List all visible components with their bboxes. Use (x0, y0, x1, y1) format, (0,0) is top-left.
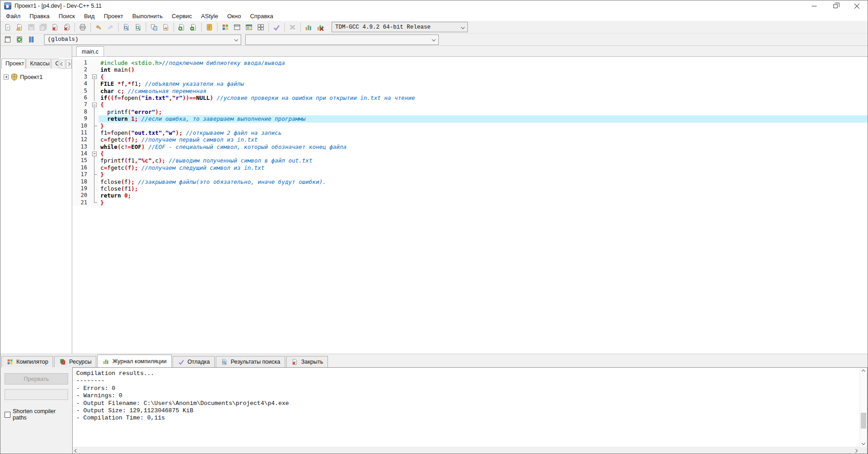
remove-from-project-button[interactable] (25, 34, 37, 45)
line-number[interactable]: 15 (72, 157, 91, 164)
line-number[interactable]: 10 (72, 123, 91, 129)
line-number[interactable]: 13 (72, 143, 91, 150)
redo-button[interactable] (104, 22, 116, 33)
todo-list-button[interactable] (203, 22, 215, 33)
tab-debug-icon (178, 358, 185, 365)
tabs-scroll-left-button[interactable] (60, 59, 65, 69)
editor-tab-main-c[interactable]: main.c (76, 46, 104, 56)
scroll-left-button[interactable] (73, 447, 80, 454)
tab-compiler[interactable]: Компилятор (1, 356, 53, 367)
menu-help[interactable]: Справка (245, 12, 278, 20)
rebuild-all-button[interactable] (255, 22, 267, 33)
tree-item-project1[interactable]: Проект1 (2, 72, 70, 81)
compile-run-button[interactable] (243, 22, 255, 33)
open-file-button[interactable] (14, 22, 25, 33)
line-number[interactable]: 21 (72, 199, 91, 206)
menu-window[interactable]: Окно (223, 12, 245, 20)
new-file-button[interactable] (2, 22, 14, 33)
line-number[interactable]: 14 (72, 150, 91, 157)
line-number[interactable]: 2 (72, 66, 91, 73)
tab-project[interactable]: Проект (1, 59, 25, 69)
members-select[interactable] (245, 35, 439, 45)
fold-margin (91, 199, 99, 206)
tree-expander-icon[interactable] (4, 74, 9, 79)
horizontal-scrollbar[interactable] (73, 447, 859, 454)
profile-button[interactable] (303, 22, 314, 33)
line-number[interactable]: 20 (72, 192, 91, 199)
line-number[interactable]: 1 (72, 59, 91, 66)
code-line: 4FILE *f,*f1; //объявлем указатели на фа… (72, 80, 868, 87)
scroll-up-button[interactable] (860, 368, 867, 375)
tab-resources[interactable]: Ресурсы (54, 356, 96, 367)
line-number[interactable]: 17 (72, 171, 91, 178)
fold-collapse-icon[interactable] (91, 150, 99, 157)
bookmark-add-button[interactable] (176, 22, 188, 33)
menu-edit[interactable]: Правка (25, 12, 54, 20)
add-to-project-button[interactable] (14, 34, 25, 45)
menu-astyle[interactable]: AStyle (197, 12, 223, 20)
code-text: #include <stdio.h>//подключаем библиотек… (99, 59, 868, 66)
menu-view[interactable]: Вид (79, 12, 99, 20)
save-all-button[interactable] (37, 22, 49, 33)
line-number[interactable]: 4 (72, 80, 91, 87)
tab-classes[interactable]: Классы (26, 59, 51, 69)
code-text: fclose(f); //закрываем файлы(это обязате… (99, 178, 868, 185)
line-number[interactable]: 19 (72, 185, 91, 192)
tab-compile-log-icon (102, 358, 109, 365)
restore-button[interactable] (825, 0, 846, 11)
compiler-select[interactable]: TDM-GCC 4.9.2 64-bit Release (332, 22, 468, 32)
new-unit-button[interactable] (2, 34, 14, 45)
menu-tools[interactable]: Сервис (167, 12, 197, 20)
fold-collapse-icon[interactable] (91, 74, 99, 80)
line-number[interactable]: 18 (72, 178, 91, 185)
line-number[interactable]: 8 (72, 109, 91, 115)
tabs-scroll-right-button[interactable] (66, 59, 72, 69)
close-button[interactable] (846, 0, 868, 11)
add-to-project-icon (15, 35, 24, 44)
code-area[interactable]: 1#include <stdio.h>//подключаем библиоте… (72, 57, 868, 354)
tab-close[interactable]: Закрыть (286, 356, 328, 367)
tab-compile-log[interactable]: Журнал компиляции (97, 355, 171, 367)
shorten-paths-checkbox[interactable] (5, 412, 10, 418)
undo-button[interactable] (93, 22, 104, 33)
abort-compile-button[interactable] (287, 22, 298, 33)
compile-log-panel: Прервать Shorten compiler paths Compilat… (0, 367, 868, 454)
line-number[interactable]: 11 (72, 129, 91, 136)
line-number[interactable]: 9 (72, 115, 91, 122)
tab-search-results-label: Результаты поиска (231, 359, 280, 365)
line-number[interactable]: 6 (72, 94, 91, 101)
goto-line-button[interactable] (160, 22, 172, 33)
line-number[interactable]: 3 (72, 74, 91, 80)
line-number[interactable]: 16 (72, 164, 91, 171)
menu-execute[interactable]: Выполнить (128, 12, 167, 20)
tab-debug[interactable]: Отладка (173, 356, 215, 367)
vertical-scrollbar[interactable] (859, 368, 867, 447)
bookmark-remove-button[interactable] (188, 22, 199, 33)
save-button[interactable] (25, 22, 37, 33)
tab-debug-watch[interactable]: О (51, 59, 59, 69)
menu-project[interactable]: Проект (99, 12, 128, 20)
close-file-button[interactable] (49, 22, 61, 33)
print-button[interactable] (77, 22, 89, 33)
close-all-button[interactable] (61, 22, 73, 33)
abort-button[interactable]: Прервать (5, 373, 68, 385)
fold-collapse-icon[interactable] (91, 101, 99, 108)
find-button[interactable] (120, 22, 132, 33)
tab-search-results[interactable]: Результаты поиска (216, 356, 285, 367)
menu-file[interactable]: Файл (1, 12, 25, 20)
scrollbar-thumb[interactable] (861, 413, 866, 429)
run-button[interactable] (231, 22, 243, 33)
scroll-right-button[interactable] (852, 447, 859, 454)
line-number[interactable]: 5 (72, 88, 91, 94)
find-in-files-button[interactable] (132, 22, 144, 33)
scroll-down-button[interactable] (860, 439, 867, 447)
menu-search[interactable]: Поиск (54, 12, 79, 20)
line-number[interactable]: 12 (72, 136, 91, 143)
compile-button[interactable] (219, 22, 231, 33)
replace-button[interactable] (148, 22, 160, 33)
line-number[interactable]: 7 (72, 101, 91, 108)
profile-delete-button[interactable] (314, 22, 326, 33)
syntax-check-button[interactable] (271, 22, 283, 33)
globals-select[interactable]: (globals) (44, 35, 241, 45)
minimize-button[interactable] (804, 0, 825, 11)
